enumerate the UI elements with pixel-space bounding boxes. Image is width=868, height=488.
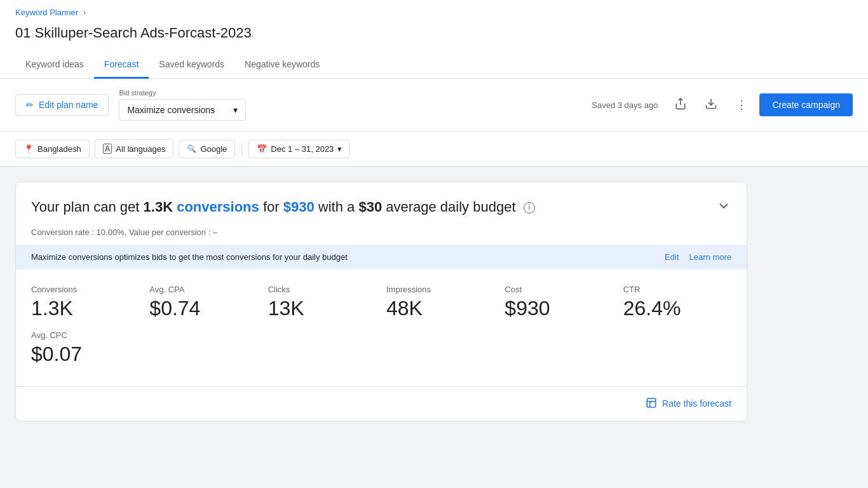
tab-saved-keywords[interactable]: Saved keywords (149, 51, 234, 79)
bid-strategy-select[interactable]: Maximize conversions ▾ (119, 99, 246, 121)
language-icon: A (103, 144, 112, 154)
metric-avg-cpc-value: $0.07 (31, 342, 139, 366)
metric-ctr: CTR 26.4% (623, 285, 731, 320)
learn-more-link[interactable]: Learn more (689, 252, 731, 262)
metric-cost-value: $930 (505, 297, 613, 320)
metric-avg-cpc-label: Avg. CPC (31, 330, 139, 340)
bid-strategy-group: Bid strategy Maximize conversions ▾ (119, 89, 246, 121)
rate-forecast-label: Rate this forecast (662, 398, 731, 409)
svg-rect-2 (647, 398, 656, 407)
breadcrumb-chevron: › (83, 8, 86, 17)
tab-forecast[interactable]: Forecast (94, 51, 149, 79)
share-button[interactable] (668, 92, 693, 118)
forecast-headline: Your plan can get 1.3K conversions for $… (31, 198, 535, 217)
forecast-card: Your plan can get 1.3K conversions for $… (15, 182, 747, 421)
location-value: Bangladesh (37, 144, 81, 154)
more-icon: ⋮ (736, 98, 747, 112)
metric-impressions-value: 48K (386, 297, 494, 320)
keyword-planner-link[interactable]: Keyword Planner (15, 8, 78, 17)
language-value: All languages (116, 144, 165, 154)
metric-ctr-label: CTR (623, 285, 731, 294)
language-filter[interactable]: A All languages (95, 139, 174, 158)
share-icon (674, 97, 687, 113)
location-icon: 📍 (24, 144, 34, 154)
tab-keyword-ideas[interactable]: Keyword ideas (15, 51, 94, 79)
tabs-nav: Keyword ideas Forecast Saved keywords Ne… (15, 51, 853, 78)
info-banner: Maximize conversions optimizes bids to g… (16, 245, 747, 269)
location-filter[interactable]: 📍 Bangladesh (15, 140, 90, 158)
bid-strategy-label: Bid strategy (119, 89, 246, 97)
footer-rate: Rate this forecast (16, 386, 747, 421)
search-network-filter[interactable]: 🔍 Google (179, 140, 235, 158)
date-dropdown-icon: ▾ (337, 144, 342, 154)
metric-clicks: Clicks 13K (268, 285, 376, 320)
download-icon (705, 97, 717, 113)
metric-cost: Cost $930 (505, 285, 613, 320)
metric-avg-cpa: Avg. CPA $0.74 (149, 285, 257, 320)
metric-conversions-value: 1.3K (31, 297, 139, 320)
metric-avg-cpa-label: Avg. CPA (149, 285, 257, 294)
conversions-label-val: conversions (177, 199, 259, 215)
metric-conversions: Conversions 1.3K (31, 285, 139, 320)
metric-avg-cpc: Avg. CPC $0.07 (31, 330, 139, 366)
metric-clicks-value: 13K (268, 297, 376, 320)
conversions-count-val: 1.3K (144, 199, 173, 215)
breadcrumb: Keyword Planner › (15, 0, 853, 20)
rate-forecast-icon (646, 397, 657, 410)
calendar-icon: 📅 (257, 144, 267, 154)
for-text-val: for (263, 199, 280, 215)
tab-negative-keywords[interactable]: Negative keywords (234, 51, 330, 79)
edit-icon: ✏ (26, 100, 34, 110)
metric-ctr-value: 26.4% (623, 297, 731, 320)
search-network-icon: 🔍 (187, 144, 196, 153)
bid-strategy-dropdown-icon: ▾ (233, 105, 238, 115)
filter-separator (241, 142, 242, 155)
download-button[interactable] (698, 92, 724, 118)
avg-daily-text-val: average daily budget (386, 199, 515, 215)
headline-prefix: Your plan can get (31, 199, 139, 215)
forecast-header: Your plan can get 1.3K conversions for $… (16, 182, 747, 227)
more-button[interactable]: ⋮ (729, 92, 754, 118)
metric-conversions-label: Conversions (31, 285, 139, 294)
metric-impressions-label: Impressions (386, 285, 494, 294)
bid-strategy-value: Maximize conversions (127, 105, 215, 115)
metric-cost-label: Cost (505, 285, 613, 294)
metric-impressions: Impressions 48K (386, 285, 494, 320)
edit-plan-button[interactable]: ✏ Edit plan name (15, 94, 109, 116)
info-icon[interactable]: i (524, 202, 535, 214)
with-a-text-val: with a (318, 199, 355, 215)
create-campaign-button[interactable]: Create campaign (759, 93, 853, 116)
search-network-value: Google (200, 144, 227, 154)
cost: $930 (283, 199, 315, 215)
metric-clicks-label: Clicks (268, 285, 376, 294)
toolbar-right: Saved 3 days ago ⋮ Create camp (592, 92, 853, 118)
main-content: Your plan can get 1.3K conversions for $… (0, 166, 763, 437)
edit-link[interactable]: Edit (665, 252, 679, 262)
plan-title: 01 Skilluper-Search Ads-Forcast-2023 (15, 20, 853, 51)
metric-avg-cpa-value: $0.74 (149, 297, 257, 320)
forecast-collapse-icon[interactable] (716, 198, 731, 217)
edit-plan-label: Edit plan name (39, 100, 98, 110)
metrics-grid: Conversions 1.3K Avg. CPA $0.74 Clicks 1… (16, 269, 747, 386)
filter-panel: 📍 Bangladesh A All languages 🔍 Google 📅 … (0, 132, 868, 166)
saved-text: Saved 3 days ago (592, 100, 658, 110)
date-range-value: Dec 1 – 31, 2023 (271, 144, 334, 154)
date-range-filter[interactable]: 📅 Dec 1 – 31, 2023 ▾ (248, 140, 350, 158)
conversion-rate-text: Conversion rate : 10.00%, Value per conv… (16, 227, 747, 245)
toolbar: ✏ Edit plan name Bid strategy Maximize c… (0, 79, 868, 132)
info-banner-links: Edit Learn more (665, 252, 731, 262)
info-banner-text: Maximize conversions optimizes bids to g… (31, 252, 348, 262)
rate-forecast-link[interactable]: Rate this forecast (646, 397, 731, 410)
daily-budget: $30 (358, 199, 382, 215)
